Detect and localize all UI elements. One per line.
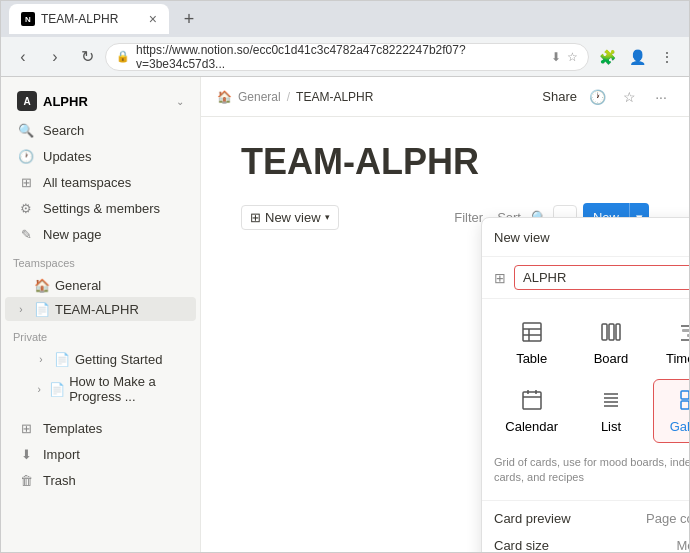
teamspaces-icon: ⊞ bbox=[17, 173, 35, 191]
general-label: General bbox=[55, 278, 101, 293]
sidebar-item-search[interactable]: 🔍 Search bbox=[5, 117, 196, 143]
how-to-label: How to Make a Progress ... bbox=[69, 374, 188, 404]
teamspaces-section-label: Teamspaces bbox=[1, 247, 200, 273]
import-icon: ⬇ bbox=[17, 445, 35, 463]
history-icon[interactable]: 🕐 bbox=[585, 85, 609, 109]
updates-icon: 🕐 bbox=[17, 147, 35, 165]
workspace-avatar: A bbox=[17, 91, 37, 111]
table-view-icon bbox=[520, 320, 544, 347]
sidebar-bottom: ⊞ Templates ⬇ Import 🗑 Trash bbox=[1, 415, 200, 493]
sidebar-search-label: Search bbox=[43, 123, 84, 138]
sidebar-item-new-page[interactable]: ✎ New page bbox=[5, 221, 196, 247]
svg-rect-4 bbox=[602, 324, 607, 340]
view-type-calendar[interactable]: Calendar bbox=[494, 379, 569, 443]
sidebar-item-team-alphr[interactable]: › 📄 TEAM-ALPHR bbox=[5, 297, 196, 321]
extensions-btn[interactable]: 🧩 bbox=[593, 43, 621, 71]
browser-tab[interactable]: N TEAM-ALPHR × bbox=[9, 4, 169, 34]
how-to-icon: 📄 bbox=[49, 380, 65, 398]
breadcrumb-parent[interactable]: General bbox=[238, 90, 281, 104]
getting-started-icon: 📄 bbox=[53, 350, 71, 368]
topbar-right: Share 🕐 ☆ ··· bbox=[542, 85, 673, 109]
forward-btn[interactable]: › bbox=[41, 43, 69, 71]
card-size-value: Medium › bbox=[676, 538, 689, 552]
svg-rect-9 bbox=[687, 334, 689, 337]
view-type-list[interactable]: List bbox=[573, 379, 648, 443]
view-type-timeline[interactable]: Timeline bbox=[653, 311, 689, 375]
general-icon: 🏠 bbox=[33, 276, 51, 294]
table-view-label: Table bbox=[516, 351, 547, 366]
templates-icon: ⊞ bbox=[17, 419, 35, 437]
view-type-table[interactable]: Table bbox=[494, 311, 569, 375]
panel-name-input[interactable] bbox=[514, 265, 689, 290]
toolbar-actions: 🧩 👤 ⋮ bbox=[593, 43, 681, 71]
tab-close-btn[interactable]: × bbox=[149, 11, 157, 27]
workspace-chevron-icon: ⌄ bbox=[176, 96, 184, 107]
view-type-gallery[interactable]: Gallery bbox=[653, 379, 689, 443]
svg-rect-0 bbox=[523, 323, 541, 341]
team-alphr-chevron-icon: › bbox=[13, 304, 29, 315]
card-preview-label: Card preview bbox=[494, 511, 646, 526]
panel-option-card-size[interactable]: Card size Medium › bbox=[482, 532, 689, 552]
gallery-view-icon bbox=[678, 388, 689, 415]
team-alphr-icon: 📄 bbox=[33, 300, 51, 318]
svg-rect-21 bbox=[681, 401, 689, 409]
sidebar-updates-label: Updates bbox=[43, 149, 91, 164]
how-to-chevron-icon: › bbox=[33, 384, 45, 395]
team-alphr-label: TEAM-ALPHR bbox=[55, 302, 139, 317]
browser-more-btn[interactable]: ⋮ bbox=[653, 43, 681, 71]
svg-rect-6 bbox=[616, 324, 620, 340]
workspace-selector[interactable]: A ALPHR ⌄ bbox=[5, 85, 196, 117]
sidebar-settings-label: Settings & members bbox=[43, 201, 160, 216]
page-content: TEAM-ALPHR ⊞ New view ▾ Filter Sort 🔍 ··… bbox=[201, 117, 689, 552]
list-view-label: List bbox=[601, 419, 621, 434]
sidebar-item-general[interactable]: 🏠 General bbox=[5, 273, 196, 297]
sidebar-item-settings[interactable]: ⚙ Settings & members bbox=[5, 195, 196, 221]
trash-icon: 🗑 bbox=[17, 471, 35, 489]
panel-divider-1 bbox=[482, 500, 689, 501]
new-view-panel: New view × ⊞ bbox=[481, 217, 689, 552]
profile-btn[interactable]: 👤 bbox=[623, 43, 651, 71]
calendar-view-icon bbox=[520, 388, 544, 415]
calendar-view-label: Calendar bbox=[505, 419, 558, 434]
breadcrumb-current: TEAM-ALPHR bbox=[296, 90, 373, 104]
sidebar-item-all-teamspaces[interactable]: ⊞ All teamspaces bbox=[5, 169, 196, 195]
search-icon: 🔍 bbox=[17, 121, 35, 139]
panel-option-card-preview[interactable]: Card preview Page content › bbox=[482, 505, 689, 532]
workspace-name: ALPHR bbox=[43, 94, 170, 109]
list-view-icon bbox=[599, 388, 623, 415]
svg-rect-5 bbox=[609, 324, 614, 340]
new-tab-btn[interactable]: + bbox=[175, 5, 203, 33]
svg-rect-11 bbox=[523, 392, 541, 409]
card-size-label: Card size bbox=[494, 538, 676, 552]
panel-title: New view bbox=[494, 230, 689, 245]
new-view-btn[interactable]: ⊞ New view ▾ bbox=[241, 205, 339, 230]
sidebar-item-updates[interactable]: 🕐 Updates bbox=[5, 143, 196, 169]
back-btn[interactable]: ‹ bbox=[9, 43, 37, 71]
board-view-icon bbox=[599, 320, 623, 347]
new-page-icon: ✎ bbox=[17, 225, 35, 243]
board-view-label: Board bbox=[594, 351, 629, 366]
sidebar-item-trash[interactable]: 🗑 Trash bbox=[5, 467, 196, 493]
import-label: Import bbox=[43, 447, 80, 462]
panel-description: Grid of cards, use for mood boards, inde… bbox=[482, 455, 689, 496]
view-btn-label: New view bbox=[265, 210, 321, 225]
sidebar-all-teamspaces-label: All teamspaces bbox=[43, 175, 131, 190]
getting-started-chevron-icon: › bbox=[33, 354, 49, 365]
view-btn-chevron-icon: ▾ bbox=[325, 212, 330, 222]
browser-toolbar: ‹ › ↻ 🔒 https://www.notion.so/ecc0c1d41c… bbox=[1, 37, 689, 77]
sidebar-item-templates[interactable]: ⊞ Templates bbox=[5, 415, 196, 441]
address-star-icon[interactable]: ☆ bbox=[567, 50, 578, 64]
address-text: https://www.notion.so/ecc0c1d41c3c4782a4… bbox=[136, 43, 545, 71]
sidebar-item-getting-started[interactable]: › 📄 Getting Started bbox=[5, 347, 196, 371]
svg-rect-19 bbox=[681, 391, 689, 399]
sidebar-item-import[interactable]: ⬇ Import bbox=[5, 441, 196, 467]
address-download-icon: ⬇ bbox=[551, 50, 561, 64]
share-btn[interactable]: Share bbox=[542, 89, 577, 104]
favorite-icon[interactable]: ☆ bbox=[617, 85, 641, 109]
browser-titlebar: N TEAM-ALPHR × + bbox=[1, 1, 689, 37]
more-options-icon[interactable]: ··· bbox=[649, 85, 673, 109]
refresh-btn[interactable]: ↻ bbox=[73, 43, 101, 71]
view-type-board[interactable]: Board bbox=[573, 311, 648, 375]
sidebar-item-how-to[interactable]: › 📄 How to Make a Progress ... bbox=[5, 371, 196, 407]
address-bar[interactable]: 🔒 https://www.notion.so/ecc0c1d41c3c4782… bbox=[105, 43, 589, 71]
